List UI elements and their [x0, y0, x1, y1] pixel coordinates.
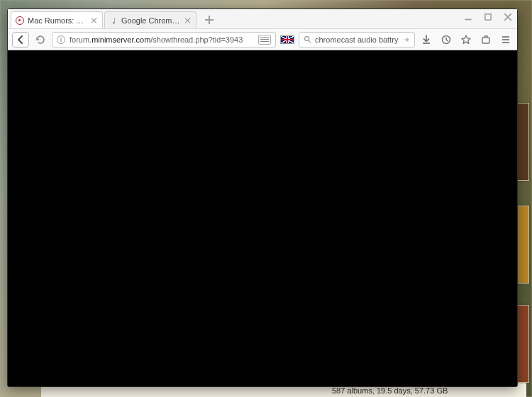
svg-line-3	[309, 40, 311, 43]
browser-window: Mac Rumors: Apple Mac iO ♩ Google Chrome…	[7, 9, 518, 387]
address-bar[interactable]: i forum.minimserver.com/showthread.php?t…	[52, 32, 276, 47]
library-button[interactable]	[479, 33, 493, 47]
tab-label: Mac Rumors: Apple Mac iO	[28, 16, 87, 25]
menu-button[interactable]	[499, 33, 513, 47]
toolbar-right-icons	[419, 33, 513, 47]
window-controls	[462, 12, 514, 22]
tab-macrumors[interactable]: Mac Rumors: Apple Mac iO	[11, 11, 103, 28]
svg-point-2	[304, 36, 309, 40]
page-content	[8, 50, 517, 386]
bookmark-star-button[interactable]	[459, 33, 473, 47]
reader-mode-icon[interactable]	[258, 35, 271, 45]
macrumors-favicon	[16, 16, 24, 25]
url-text: forum.minimserver.com/showthread.php?tid…	[70, 35, 254, 44]
search-icon	[304, 35, 311, 43]
tab-chromecast[interactable]: ♩ Google Chromecast Audio	[104, 11, 196, 28]
maximize-button[interactable]	[482, 12, 494, 22]
close-tab-icon[interactable]	[91, 17, 98, 24]
tab-strip: Mac Rumors: Apple Mac iO ♩ Google Chrome…	[8, 9, 517, 29]
history-button[interactable]	[439, 33, 453, 47]
search-input[interactable]	[315, 35, 399, 44]
search-bar[interactable]	[299, 32, 415, 47]
minimize-button[interactable]	[462, 12, 475, 22]
site-info-icon[interactable]: i	[57, 35, 65, 44]
back-button[interactable]	[12, 32, 29, 47]
search-go-icon[interactable]	[403, 35, 410, 44]
toolbar: i forum.minimserver.com/showthread.php?t…	[8, 29, 517, 50]
music-note-favicon: ♩	[109, 16, 118, 25]
uk-flag-icon[interactable]	[280, 35, 294, 44]
desktop-status-text: 587 albums, 19.5 days, 57.73 GB	[332, 386, 448, 395]
svg-rect-6	[482, 38, 489, 43]
reload-button[interactable]	[33, 33, 48, 47]
new-tab-button[interactable]	[202, 13, 216, 27]
close-tab-icon[interactable]	[184, 17, 192, 24]
downloads-button[interactable]	[419, 33, 433, 47]
tab-label: Google Chromecast Audio	[121, 16, 181, 25]
svg-rect-1	[485, 14, 491, 20]
close-window-button[interactable]	[501, 12, 514, 22]
